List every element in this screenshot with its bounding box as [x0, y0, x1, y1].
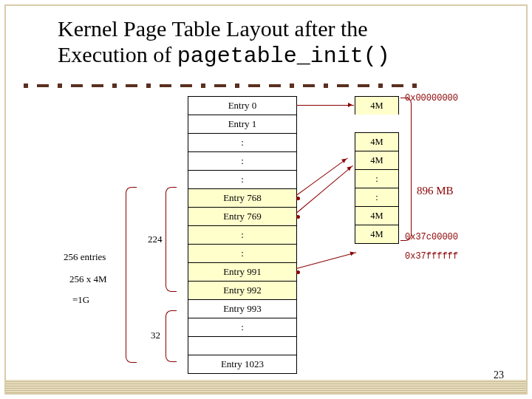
pt-row: :	[188, 318, 296, 337]
mem-cell: 4M	[355, 96, 399, 115]
mem-cell: :	[355, 169, 399, 188]
addr-top: 0x00000000	[405, 93, 458, 103]
label-256entries: 256 entries	[64, 251, 106, 263]
mb-label: 896 MB	[417, 185, 454, 197]
memory-column: 4M 4M 4M : : 4M 4M	[355, 96, 399, 244]
page-table: Entry 0 Entry 1 : : : Entry 768 Entry 76…	[188, 96, 297, 374]
brace-224	[166, 187, 177, 292]
pt-row: Entry 769	[188, 208, 296, 226]
mem-cell: 4M	[355, 225, 399, 244]
title-line1: Kernel Page Table Layout after the	[58, 16, 368, 41]
addr-bot: 0x37ffffff	[405, 251, 458, 262]
pt-row: :	[188, 152, 296, 171]
pt-row: Entry 991	[188, 263, 296, 282]
pt-row: :	[188, 134, 296, 152]
page-number: 23	[494, 369, 504, 381]
title-code: pagetable_init()	[177, 44, 390, 69]
label-256x4m: 256 x 4M	[69, 273, 107, 285]
slide-title: Kernel Page Table Layout after the Execu…	[58, 16, 390, 69]
mem-cell: 4M	[355, 151, 399, 169]
mem-cell: 4M	[355, 206, 399, 225]
mem-cell: :	[355, 188, 399, 206]
pt-row: Entry 993	[188, 300, 296, 318]
pt-row: Entry 1	[188, 115, 296, 134]
brace-mem	[400, 98, 412, 241]
label-32: 32	[151, 330, 160, 341]
brace-32	[166, 310, 177, 362]
bottom-texture	[6, 380, 526, 393]
pt-row: Entry 992	[188, 282, 296, 300]
label-eq1g: =1G	[72, 294, 89, 306]
divider	[24, 78, 508, 83]
pt-row: Entry 768	[188, 189, 296, 208]
pt-row: :	[188, 171, 296, 189]
arrow-origin-dot	[296, 197, 300, 200]
label-224: 224	[148, 233, 163, 245]
slide-frame: Kernel Page Table Layout after the Execu…	[4, 4, 528, 395]
pt-row: :	[188, 245, 296, 263]
arrow	[296, 105, 354, 106]
mem-cell: 4M	[355, 132, 399, 151]
brace-256	[126, 187, 137, 363]
title-line2a: Execution of	[58, 42, 177, 66]
pt-row	[188, 337, 296, 355]
pt-row: Entry 0	[188, 97, 296, 115]
pt-row: :	[188, 226, 296, 245]
arrow	[296, 252, 356, 269]
arrow-origin-dot	[296, 270, 300, 274]
addr-mid: 0x37c00000	[405, 232, 458, 242]
arrow-origin-dot	[296, 215, 300, 219]
pt-row: Entry 1023	[188, 355, 296, 373]
